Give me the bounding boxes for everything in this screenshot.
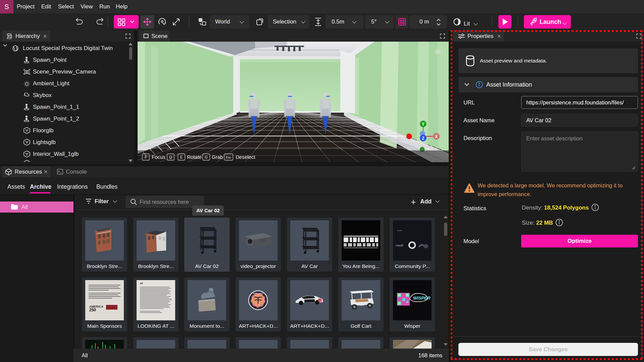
- svg-text:rosoft: rosoft: [396, 244, 403, 247]
- svg-text:ART+HACK: ART+HACK: [253, 292, 263, 295]
- svg-text:Esc: Esc: [226, 155, 231, 159]
- svg-text:250: 250: [89, 308, 96, 312]
- svg-text:Y: Y: [422, 122, 425, 127]
- svg-text:Q: Q: [169, 155, 172, 159]
- svg-text:Rotate: Rotate: [187, 154, 202, 160]
- svg-text:F: F: [145, 155, 147, 159]
- svg-text:G: G: [205, 155, 208, 159]
- svg-text:X: X: [435, 134, 438, 139]
- svg-text:Focus: Focus: [152, 154, 165, 160]
- svg-text:6: 6: [170, 298, 172, 301]
- svg-text:Deselect: Deselect: [236, 154, 255, 160]
- svg-text:Z: Z: [422, 136, 424, 141]
- svg-text:art: art: [140, 282, 143, 284]
- svg-text:E: E: [180, 155, 183, 159]
- svg-text:Grab: Grab: [212, 154, 223, 160]
- svg-text:scare: scare: [397, 229, 402, 231]
- svg-text:WISPER: WISPER: [413, 296, 431, 301]
